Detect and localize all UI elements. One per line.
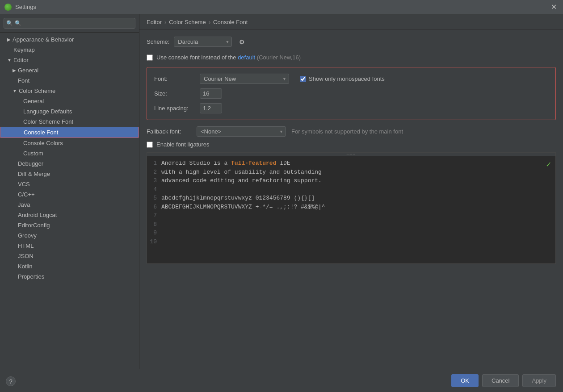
title-bar: Settings ✕	[0, 0, 563, 14]
sidebar-item-json[interactable]: JSON	[0, 251, 139, 261]
font-select-wrapper: Courier New	[200, 74, 289, 84]
default-hint: (Courier New,16)	[257, 54, 301, 61]
ligatures-label: Enable font ligatures	[156, 141, 210, 148]
sidebar-item-font[interactable]: Font	[0, 75, 139, 86]
breadcrumb-sep2: ›	[209, 19, 210, 25]
editor-arrow-icon: ▼	[7, 58, 12, 63]
cancel-button[interactable]: Cancel	[482, 374, 519, 387]
arrow-icon: ▶	[7, 37, 11, 42]
help-button[interactable]: ?	[6, 376, 16, 386]
preview-line-8: 8	[147, 220, 555, 229]
fallback-hint: For symbols not supported by the main fo…	[291, 128, 403, 135]
line-spacing-input[interactable]	[200, 103, 222, 113]
fallback-select-wrapper: <None>	[197, 126, 286, 137]
preview-line-4: 4	[147, 185, 555, 194]
line-content-1: Android Studio is a full-featured IDE	[161, 159, 290, 168]
preview-content: ✓ 1 Android Studio is a full-featured ID…	[147, 156, 555, 249]
window-title: Settings	[15, 4, 549, 10]
cs-arrow-icon: ▼	[13, 88, 17, 93]
sidebar-item-html[interactable]: HTML	[0, 241, 139, 251]
breadcrumb: Editor › Color Scheme › Console Font	[139, 14, 563, 29]
line-num-5: 5	[147, 194, 161, 203]
close-button[interactable]: ✕	[549, 1, 559, 13]
sidebar-item-debugger[interactable]: Debugger	[0, 158, 139, 169]
content-area: Editor › Color Scheme › Console Font Sch…	[139, 14, 563, 369]
line-content-3: advanced code editing and refactoring su…	[161, 176, 322, 185]
sidebar-item-cpp[interactable]: C/C++	[0, 189, 139, 200]
default-link[interactable]: default	[238, 54, 255, 61]
line-num-10: 10	[147, 238, 161, 246]
use-console-font-row: Use console font instead of the default …	[147, 54, 556, 61]
line-num-2: 2	[147, 168, 161, 177]
sidebar: 🔍 ▶ Appearance & Behavior Keymap ▼ Edito…	[0, 14, 139, 369]
breadcrumb-sep1: ›	[164, 19, 166, 25]
preview-line-3: 3 advanced code editing and refactoring …	[147, 176, 555, 185]
search-icon: 🔍	[6, 20, 13, 26]
main-layout: 🔍 ▶ Appearance & Behavior Keymap ▼ Edito…	[0, 14, 563, 369]
use-console-font-checkbox[interactable]	[147, 54, 153, 61]
font-field-label: Font:	[154, 75, 194, 82]
monospaced-checkbox[interactable]	[300, 76, 306, 82]
size-row: Size:	[154, 88, 548, 99]
line-spacing-label: Line spacing:	[154, 105, 194, 112]
sidebar-item-console-font[interactable]: Console Font	[0, 127, 139, 138]
sidebar-item-diff-merge[interactable]: Diff & Merge	[0, 169, 139, 179]
sidebar-item-vcs[interactable]: VCS	[0, 179, 139, 189]
monospaced-label: Show only monospaced fonts	[309, 75, 385, 82]
sidebar-item-console-colors[interactable]: Console Colors	[0, 138, 139, 148]
app-icon	[4, 4, 12, 11]
sidebar-item-keymap[interactable]: Keymap	[0, 45, 139, 55]
preview-checkmark: ✓	[546, 159, 551, 171]
sidebar-item-lang-defaults[interactable]: Language Defaults	[0, 106, 139, 117]
line-num-3: 3	[147, 176, 161, 185]
sidebar-item-kotlin[interactable]: Kotlin	[0, 261, 139, 271]
sidebar-item-general[interactable]: ▶ General	[0, 65, 139, 75]
sidebar-item-editor-config[interactable]: EditorConfig	[0, 220, 139, 230]
font-panel: Font: Courier New Show only monospaced f…	[147, 67, 556, 120]
sidebar-item-cs-general[interactable]: General	[0, 96, 139, 106]
monospaced-row: Show only monospaced fonts	[300, 75, 385, 82]
breadcrumb-editor: Editor	[147, 19, 162, 25]
search-input[interactable]	[4, 18, 135, 29]
line-num-7: 7	[147, 211, 161, 220]
sidebar-item-appearance[interactable]: ▶ Appearance & Behavior	[0, 34, 139, 45]
preview-line-9: 9	[147, 229, 555, 238]
gear-button[interactable]: ⚙	[236, 38, 248, 46]
sidebar-item-color-scheme[interactable]: ▼ Color Scheme	[0, 86, 139, 96]
fallback-select[interactable]: <None>	[197, 126, 286, 137]
scheme-select-wrapper: Darcula Default High contrast	[174, 37, 232, 47]
preview-line-7: 7	[147, 211, 555, 220]
sidebar-item-properties[interactable]: Properties	[0, 271, 139, 282]
line-content-5: abcdefghijklmnopqrstuvwxyz 0123456789 ()…	[161, 194, 315, 203]
nav-tree: ▶ Appearance & Behavior Keymap ▼ Editor …	[0, 33, 139, 284]
ligatures-checkbox[interactable]	[147, 142, 153, 148]
sidebar-item-custom[interactable]: Custom	[0, 148, 139, 158]
sidebar-item-editor[interactable]: ▼ Editor	[0, 55, 139, 65]
line-num-1: 1	[147, 159, 161, 168]
line-num-4: 4	[147, 185, 161, 194]
line-num-6: 6	[147, 203, 161, 212]
line-spacing-row: Line spacing:	[154, 103, 548, 113]
sidebar-item-android-logcat[interactable]: Android Logcat	[0, 210, 139, 220]
sidebar-item-groovy[interactable]: Groovy	[0, 230, 139, 241]
ok-button[interactable]: OK	[451, 374, 479, 387]
fallback-label: Fallback font:	[147, 128, 191, 135]
scheme-label: Scheme:	[147, 38, 169, 45]
line-num-8: 8	[147, 220, 161, 229]
apply-button[interactable]: Apply	[522, 374, 556, 387]
scheme-select[interactable]: Darcula Default High contrast	[174, 37, 232, 47]
scheme-row: Scheme: Darcula Default High contrast ⚙	[147, 37, 556, 47]
size-input[interactable]	[200, 88, 222, 99]
sidebar-item-cs-font[interactable]: Color Scheme Font	[0, 117, 139, 127]
preview-line-6: 6 ABCDEFGHIJKLMNOPQRSTUVWXYZ +-*/= .,;:!…	[147, 203, 555, 212]
use-console-font-label: Use console font instead of the default …	[156, 54, 301, 61]
font-row: Font: Courier New Show only monospaced f…	[154, 74, 548, 84]
preview-line-10: 10	[147, 238, 555, 246]
settings-content: Scheme: Darcula Default High contrast ⚙ …	[139, 29, 563, 369]
preview-line-5: 5 abcdefghijklmnopqrstuvwxyz 0123456789 …	[147, 194, 555, 203]
ligatures-row: Enable font ligatures	[147, 141, 556, 148]
font-select[interactable]: Courier New	[200, 74, 289, 84]
preview-drag-handle[interactable]: ⋯⋯⋯	[147, 153, 555, 156]
sidebar-item-java[interactable]: Java	[0, 200, 139, 210]
preview-line-2: 2 with a high level of usability and out…	[147, 168, 555, 177]
